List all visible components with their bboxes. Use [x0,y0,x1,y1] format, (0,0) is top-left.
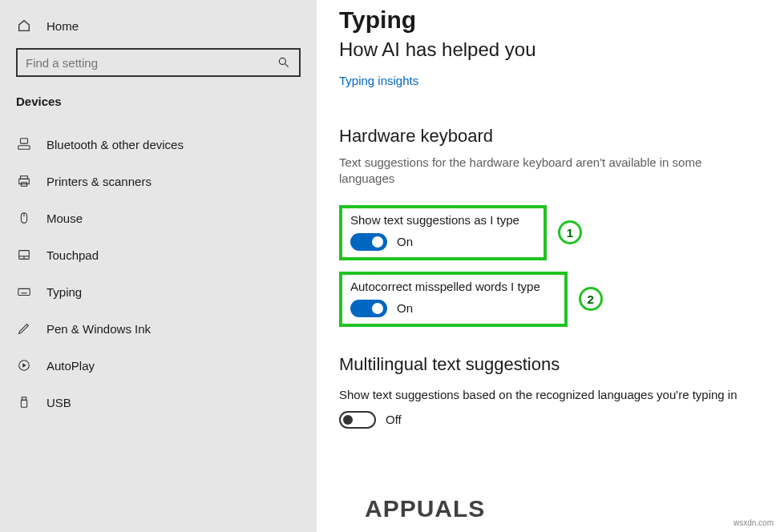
sidebar-item-label: Touchpad [46,248,99,262]
multilingual-toggle-row: Off [339,411,759,429]
settings-sidebar: Home Devices Bluetooth & other devices [0,0,317,532]
sidebar-item-typing[interactable]: Typing [0,273,317,310]
setting-row-2: Autocorrect misspelled words I type On 2 [339,272,759,327]
devices-icon [16,136,32,152]
printer-icon [16,173,32,189]
pen-icon [16,320,32,337]
sidebar-item-autoplay[interactable]: AutoPlay [0,347,317,384]
hardware-keyboard-heading: Hardware keyboard [339,126,759,147]
toggle-multilingual[interactable] [339,411,376,429]
sidebar-nav: Bluetooth & other devices Printers & sca… [0,126,317,421]
svg-marker-19 [22,363,26,367]
setting-text-suggestions: Show text suggestions as I type On [339,205,547,260]
hardware-keyboard-hint: Text suggestions for the hardware keyboa… [339,155,740,187]
search-box[interactable] [16,48,301,77]
toggle-state: On [397,235,413,248]
setting-autocorrect: Autocorrect misspelled words I type On [339,272,568,327]
touchpad-icon [16,247,32,263]
toggle-text-suggestions[interactable] [350,233,387,251]
keyboard-icon [16,284,32,300]
svg-line-1 [285,64,289,67]
svg-rect-2 [21,139,28,143]
main-content: Typing How AI has helped you Typing insi… [317,0,780,532]
setting-label: Autocorrect misspelled words I type [350,280,540,293]
svg-rect-3 [18,146,30,150]
setting-label: Show text suggestions as I type [350,213,519,227]
toggle-autocorrect[interactable] [350,300,387,317]
toggle-row: On [350,300,540,317]
sidebar-item-touchpad[interactable]: Touchpad [0,236,317,273]
sidebar-section-title: Devices [0,95,317,126]
mouse-icon [16,210,32,226]
sidebar-item-label: AutoPlay [46,359,95,373]
search-container [0,48,317,95]
sidebar-item-mouse[interactable]: Mouse [0,200,317,236]
sidebar-item-printers[interactable]: Printers & scanners [0,163,317,200]
svg-rect-12 [18,288,30,295]
setting-row-1: Show text suggestions as I type On 1 [339,205,759,260]
sidebar-item-label: Typing [46,285,82,299]
sidebar-item-label: Bluetooth & other devices [46,138,184,151]
search-icon [277,55,291,70]
sidebar-item-usb[interactable]: USB [0,384,317,421]
home-nav-item[interactable]: Home [0,11,317,48]
toggle-state: On [397,301,413,315]
svg-rect-5 [19,179,30,183]
multilingual-heading: Multilingual text suggestions [339,354,759,375]
sidebar-item-label: USB [46,396,71,409]
svg-rect-20 [22,397,26,401]
svg-rect-21 [21,400,26,407]
toggle-state: Off [386,413,402,426]
autoplay-icon [16,357,32,373]
sidebar-item-pen[interactable]: Pen & Windows Ink [0,310,317,347]
svg-point-0 [279,58,285,64]
search-input[interactable] [26,56,277,70]
sidebar-item-label: Printers & scanners [46,175,152,188]
toggle-row: On [350,233,519,251]
sidebar-item-bluetooth[interactable]: Bluetooth & other devices [0,126,317,163]
multilingual-description: Show text suggestions based on the recog… [339,386,756,403]
sidebar-item-label: Mouse [46,212,83,225]
ai-heading: How AI has helped you [339,38,759,61]
usb-icon [16,394,32,410]
annotation-marker-2: 2 [579,287,603,311]
page-title: Typing [339,6,759,34]
home-label: Home [46,19,79,33]
annotation-marker-1: 1 [558,220,582,244]
home-icon [16,18,32,34]
sidebar-item-label: Pen & Windows Ink [46,322,151,336]
typing-insights-link[interactable]: Typing insights [339,74,418,87]
